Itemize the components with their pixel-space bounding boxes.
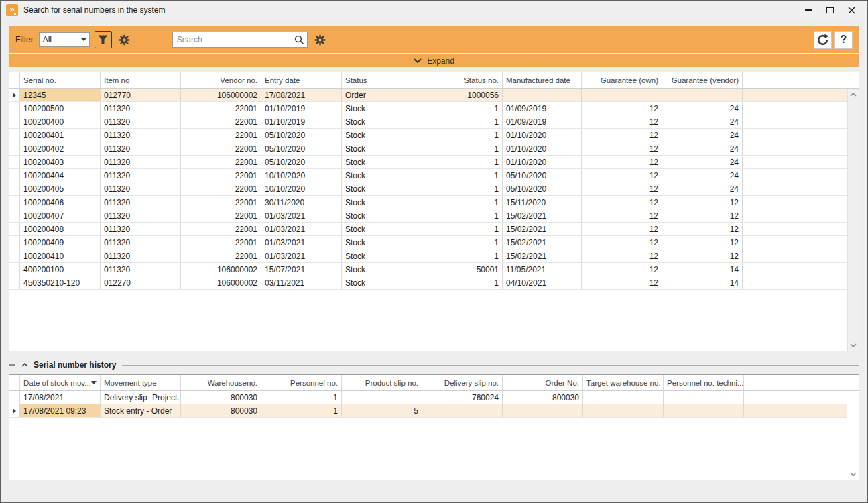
cell[interactable]: 17/08/2021 [20,391,101,404]
cell[interactable]: 12 [582,249,662,262]
cell[interactable]: 1 [422,209,503,222]
cell[interactable]: 12 [662,236,743,249]
cell[interactable]: 01/03/2021 [261,249,342,262]
cell[interactable]: 22001 [181,249,261,262]
cell[interactable] [583,391,664,404]
search-input[interactable] [173,32,292,47]
column-header[interactable]: Date of stock mov... [20,375,101,390]
column-header[interactable]: Item no [101,72,181,88]
cell[interactable]: Stock [342,223,422,235]
cell[interactable]: 15/07/2021 [261,263,342,276]
cell[interactable]: 1 [422,129,503,142]
cell[interactable]: 10/10/2020 [261,182,342,195]
cell[interactable]: 011320 [101,102,181,115]
table-row[interactable]: 1002005000113202200101/10/2019Stock101/0… [9,102,847,115]
cell[interactable]: 1 [422,115,503,128]
cell[interactable]: Stock [342,115,422,128]
table-row[interactable]: 1002004010113202200105/10/2020Stock101/1… [9,129,847,142]
filter-dropdown-button[interactable] [78,33,89,46]
cell[interactable]: 04/10/2021 [503,276,582,289]
apply-filter-button[interactable] [95,31,112,48]
cell[interactable]: 100200405 [20,182,101,195]
cell[interactable]: 011320 [101,249,181,262]
column-header[interactable]: Guarantee (own) [582,72,662,88]
cell[interactable]: 12 [582,156,662,168]
table-row[interactable]: 450350210-12001227010600000203/11/2021St… [9,276,847,290]
cell[interactable] [422,404,503,417]
cell[interactable]: 22001 [181,129,261,142]
cell[interactable]: 100200408 [20,223,101,235]
cell[interactable] [582,89,662,101]
cell[interactable]: Stock [342,182,422,195]
cell[interactable]: Stock [342,276,422,289]
cell[interactable]: 10/10/2020 [261,169,342,182]
filter-settings-button[interactable] [119,34,131,46]
cell[interactable]: 1 [422,169,503,182]
expand-bar[interactable]: Expand [9,54,859,67]
cell[interactable]: 05/10/2020 [261,156,342,168]
history-scrollbar[interactable] [847,391,859,480]
cell[interactable]: 1000056 [422,89,503,101]
row-selector-cell[interactable] [9,156,20,168]
cell[interactable]: 100200410 [20,249,101,262]
filler-cell[interactable] [743,236,847,249]
filler-cell[interactable] [743,156,847,168]
cell[interactable]: 1 [422,223,503,235]
cell[interactable]: 22001 [181,169,261,182]
scroll-down-button[interactable] [848,339,859,351]
column-header[interactable]: Manufactured date [503,72,582,88]
cell[interactable]: 01/09/2019 [503,102,582,115]
filler-cell[interactable] [743,129,847,142]
scroll-track[interactable] [847,391,859,468]
cell[interactable]: 05/10/2020 [503,169,582,182]
cell[interactable]: 1 [422,276,503,289]
table-row[interactable]: 1002004060113202200130/11/2020Stock115/1… [9,196,847,209]
cell[interactable]: 15/02/2021 [503,223,582,235]
table-row[interactable]: 1002004090113202200101/03/2021Stock115/0… [9,236,847,249]
cell[interactable]: 12 [582,169,662,182]
column-header[interactable]: Status [342,72,422,88]
cell[interactable]: 011320 [101,169,181,182]
column-header[interactable]: Guarantee (vendor) [662,72,743,88]
row-selector-cell[interactable] [9,115,20,128]
cell[interactable]: 1 [422,102,503,115]
cell[interactable]: Stock [342,129,422,142]
row-selector-cell[interactable] [9,102,20,115]
serials-scrollbar[interactable] [847,89,859,351]
cell[interactable]: 800030 [181,404,261,417]
cell[interactable]: 760024 [422,391,503,404]
cell[interactable]: 100200409 [20,236,101,249]
cell[interactable]: 15/02/2021 [503,236,582,249]
cell[interactable]: 12 [582,115,662,128]
cell[interactable]: 011320 [101,223,181,235]
cell[interactable]: 01/10/2020 [503,156,582,168]
cell[interactable]: 012770 [101,89,181,101]
cell[interactable]: 12345 [20,89,101,101]
cell[interactable]: 24 [662,156,743,168]
cell[interactable]: 011320 [101,142,181,155]
cell[interactable]: 24 [662,115,743,128]
cell[interactable]: 106000002 [181,89,261,101]
cell[interactable]: 05/10/2020 [503,182,582,195]
minimize-button[interactable] [798,3,819,17]
cell[interactable]: 12 [582,102,662,115]
cell[interactable]: 011320 [101,263,181,276]
table-row[interactable]: 1002004000113202200101/10/2019Stock101/0… [9,115,847,129]
column-header[interactable]: Personnel no. [261,375,342,390]
cell[interactable]: 100200400 [20,115,101,128]
cell[interactable]: 11/05/2021 [503,263,582,276]
column-header[interactable]: Delivery slip no. [422,375,503,390]
cell[interactable]: 12 [582,196,662,209]
cell[interactable]: 12 [662,196,743,209]
cell[interactable]: 22001 [181,236,261,249]
filler-cell[interactable] [743,142,847,155]
cell[interactable]: 22001 [181,182,261,195]
cell[interactable]: 05/10/2020 [261,142,342,155]
cell[interactable]: 17/08/2021 [261,89,342,101]
cell[interactable]: 22001 [181,223,261,235]
cell[interactable]: 12 [582,276,662,289]
cell[interactable]: 1 [422,142,503,155]
filler-cell[interactable] [743,115,847,128]
cell[interactable]: Stock [342,209,422,222]
cell[interactable]: 011320 [101,236,181,249]
